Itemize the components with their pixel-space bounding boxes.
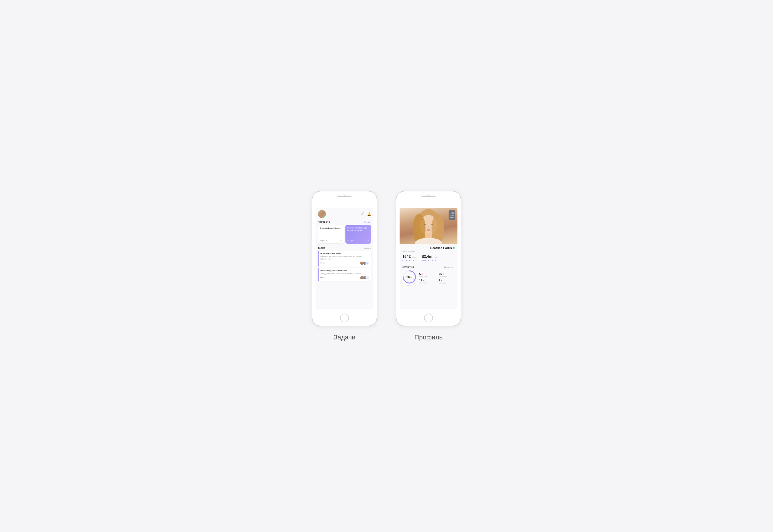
home-button-left[interactable]: [340, 314, 349, 322]
svg-point-8: [428, 226, 429, 228]
sales-wave: [422, 259, 436, 262]
projects-section-header: PROJECTS See all ›: [318, 221, 371, 223]
profile-label: Профиль: [414, 334, 443, 341]
volume-down-button-right: [396, 231, 396, 240]
profile-menu-dots[interactable]: ⋮: [402, 246, 405, 250]
tasks-screen-content: ⓘ 🔔 PROJECTS See all ›: [316, 208, 373, 285]
stat-won-deals-num: 7: [439, 279, 455, 282]
task-avatar-plus-1: +2: [366, 276, 369, 280]
stat-new-clients: 25 new clients: [439, 273, 455, 277]
online-indicator: [324, 216, 326, 218]
project-people-product: 8 people: [347, 240, 354, 242]
circle-progress: 26/40: [402, 270, 416, 284]
profile-screen-content: 18 open tasks ⋮ Beatrice Harris: [400, 208, 457, 288]
circle-container: 26/40 hours: [402, 270, 416, 286]
profile-phone-section: 18 open tasks ⋮ Beatrice Harris: [396, 191, 461, 341]
circle-current: 26: [406, 275, 410, 279]
stat-new-deals-num: 17: [419, 279, 435, 282]
task-footer-0: 💬 14 +2: [321, 261, 369, 265]
stat-offers-sent-label: offers sent: [419, 276, 435, 277]
projects-title: PROJECTS: [318, 221, 330, 223]
stat-sales-value: $2,4m sales: [422, 255, 439, 259]
svg-point-6: [424, 224, 426, 225]
tasks-section-title: TASKS: [318, 247, 325, 249]
task-item-1[interactable]: Visual Design and Wireframes Тебе делать…: [318, 268, 371, 281]
volume-down-button: [312, 231, 312, 240]
page-container: ⓘ 🔔 PROJECTS See all ›: [312, 191, 461, 341]
project-card-product[interactable]: Product lainding page design for startup…: [345, 225, 371, 244]
statistics-content: 26/40 hours 5: [402, 270, 455, 286]
profile-photo: 18 open tasks: [400, 208, 457, 244]
circle-label: 26/40: [406, 275, 412, 279]
current-week-filter[interactable]: Current week ▾: [443, 266, 455, 268]
stat-new-clients-num: 25: [439, 273, 455, 276]
profile-phone: 18 open tasks ⋮ Beatrice Harris: [396, 191, 461, 326]
statistics-title: STATISTICS: [402, 266, 414, 268]
profile-role: Sales Manager: [402, 250, 455, 252]
stats-row: 1642 hours $2,4m sales: [402, 255, 455, 262]
tasks-filter[interactable]: Newest ▾: [363, 247, 371, 249]
profile-info: ⋮ Beatrice Harris Sales Manager 164: [400, 244, 457, 288]
task-avatars-1: +2: [360, 276, 369, 280]
task-item-0[interactable]: UI animation in Framer Mike will make in…: [318, 251, 371, 267]
tasks-phone-section: ⓘ 🔔 PROJECTS See all ›: [312, 191, 377, 341]
stat-offers-sent: 5 offers sent: [419, 273, 435, 277]
dot-new-deals: [423, 280, 424, 281]
mute-button: [312, 210, 312, 217]
dot-won-deals: [441, 280, 442, 281]
tasks-label: Задачи: [334, 334, 355, 341]
edit-icon-dynamic[interactable]: ✏: [340, 239, 342, 242]
profile-name-row: ⋮ Beatrice Harris: [402, 246, 455, 250]
mute-button-right: [396, 210, 396, 217]
project-footer-product: 8 people ✏: [347, 240, 369, 242]
stat-hours: 1642 hours: [402, 255, 417, 262]
task-desc-1: Тебе делать что ли нечего, тексты в маке…: [321, 273, 369, 275]
header-icons: ⓘ 🔔: [361, 212, 371, 216]
stat-won-deals: 7 won deals: [439, 279, 455, 284]
power-button-right: [461, 215, 461, 226]
open-tasks-line1: open: [450, 215, 454, 216]
user-avatar[interactable]: [318, 210, 326, 218]
task-avatar-plus-0: +2: [366, 261, 369, 265]
stat-offers-sent-num: 5: [419, 273, 435, 276]
tasks-phone: ⓘ 🔔 PROJECTS See all ›: [312, 191, 377, 326]
task-comments-0: 💬 14: [321, 262, 325, 264]
bell-icon[interactable]: 🔔: [367, 212, 371, 216]
open-tasks-line2: tasks: [450, 217, 454, 218]
circle-total: /40: [410, 277, 412, 278]
svg-point-7: [431, 224, 433, 225]
dot-new-clients: [442, 273, 444, 275]
dot-offers-sent: [421, 273, 423, 275]
task-title-0: UI animation in Framer: [321, 253, 369, 255]
stat-won-deals-label: won deals: [439, 282, 455, 284]
hours-wave: [402, 259, 416, 262]
circle-sub-label: hours: [407, 284, 411, 286]
phone-speaker-left: [344, 194, 345, 196]
task-comments-1: 💬 14: [321, 277, 325, 279]
svg-point-9: [426, 229, 431, 231]
comment-icon-1: 💬: [321, 277, 323, 279]
tasks-screen: ⓘ 🔔 PROJECTS See all ›: [316, 208, 373, 309]
volume-up-button: [312, 219, 312, 229]
home-button-right[interactable]: [424, 314, 433, 322]
see-all-link[interactable]: See all ›: [364, 221, 371, 223]
comment-icon-0: 💬: [321, 262, 323, 264]
profile-name: Beatrice Harris: [430, 246, 455, 250]
stat-sales: $2,4m sales: [422, 255, 439, 262]
task-footer-1: 💬 14 +2: [321, 276, 369, 280]
profile-online-dot: [453, 247, 455, 249]
tasks-section-header: TASKS Newest ▾: [318, 247, 371, 249]
project-card-dynamic[interactable]: Dynamic brand identity 12 people ✏: [318, 225, 344, 244]
project-title-dynamic: Dynamic brand identity: [320, 227, 342, 229]
stat-new-deals: 17 new deals: [419, 279, 435, 284]
task-desc-0: Mike will make interactions for the firs…: [321, 256, 369, 260]
projects-grid: Dynamic brand identity 12 people ✏ Produ…: [318, 225, 371, 244]
stat-hours-value: 1642 hours: [402, 255, 417, 259]
project-people-dynamic: 12 people: [320, 240, 327, 241]
edit-icon-product[interactable]: ✏: [368, 240, 369, 242]
info-icon[interactable]: ⓘ: [361, 212, 364, 216]
volume-up-button-right: [396, 219, 396, 229]
phone-speaker-right: [428, 194, 429, 196]
statistics-header: STATISTICS Current week ▾: [402, 266, 455, 268]
task-title-1: Visual Design and Wireframes: [321, 270, 369, 272]
